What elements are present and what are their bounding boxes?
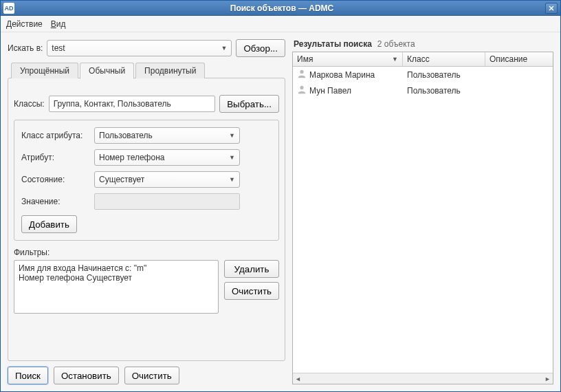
value-label: Значение:: [21, 197, 90, 206]
table-row[interactable]: Маркова МаринаПользователь: [293, 67, 553, 83]
select-classes-button[interactable]: Выбрать...: [219, 95, 279, 113]
right-panel: Результаты поиска 2 объекта Имя ▼ Класс …: [292, 39, 553, 384]
attr-label: Атрибут:: [21, 153, 90, 162]
close-icon: [549, 6, 554, 11]
attr-class-combo[interactable]: Пользователь ▼: [94, 127, 240, 144]
window: AD Поиск объектов — ADMC Действие Вид Ис…: [0, 0, 561, 392]
tab-simple[interactable]: Упрощённый: [11, 63, 78, 78]
horizontal-scrollbar[interactable]: ◄ ►: [293, 373, 553, 384]
filters-list[interactable]: Имя для входа Начинается с: "m" Номер те…: [14, 260, 219, 314]
scroll-right-icon: ►: [544, 375, 551, 382]
menu-action[interactable]: Действие: [6, 19, 43, 29]
search-in-value: test: [52, 43, 65, 53]
search-button[interactable]: Поиск: [8, 367, 48, 384]
classes-input[interactable]: Группа, Контакт, Пользователь: [49, 96, 216, 112]
titlebar: AD Поиск объектов — ADMC: [1, 1, 560, 16]
content: Искать в: test ▼ Обзор... Упрощённый Обы…: [1, 32, 560, 391]
close-button[interactable]: [545, 3, 558, 14]
cell-class: Пользователь: [407, 70, 461, 80]
attr-value: Номер телефона: [99, 153, 164, 162]
add-button[interactable]: Добавить: [21, 215, 77, 233]
stop-button[interactable]: Остановить: [54, 367, 119, 384]
cell-name: Маркова Марина: [309, 70, 375, 80]
chevron-down-icon: ▼: [229, 132, 235, 139]
attribute-group: Класс атрибута: Пользователь ▼ Атрибут: …: [14, 120, 279, 241]
clear-filters-button[interactable]: Очистить: [224, 282, 279, 300]
filters-section: Фильтры: Имя для входа Начинается с: "m"…: [14, 248, 279, 314]
scroll-left-icon: ◄: [295, 375, 301, 382]
attr-combo[interactable]: Номер телефона ▼: [94, 149, 240, 166]
app-icon: AD: [3, 3, 14, 14]
clear-button[interactable]: Очистить: [124, 367, 179, 384]
chevron-down-icon: ▼: [229, 176, 235, 183]
results-header: Результаты поиска 2 объекта: [292, 39, 553, 52]
column-name-label: Имя: [297, 54, 313, 64]
column-name[interactable]: Имя ▼: [293, 52, 403, 66]
table-body: Маркова МаринаПользовательМун ПавелПольз…: [293, 67, 553, 373]
classes-row: Классы: Группа, Контакт, Пользователь Вы…: [14, 95, 279, 113]
table-row[interactable]: Мун ПавелПользователь: [293, 83, 553, 98]
menu-view[interactable]: Вид: [51, 19, 66, 29]
left-panel: Искать в: test ▼ Обзор... Упрощённый Обы…: [8, 39, 285, 384]
column-class-label: Класс: [407, 54, 430, 64]
svg-point-1: [300, 86, 303, 89]
browse-button[interactable]: Обзор...: [236, 39, 285, 57]
tabs: Упрощённый Обычный Продвинутый: [11, 63, 206, 78]
attr-class-label: Класс атрибута:: [21, 131, 90, 140]
cell-class: Пользователь: [407, 86, 461, 96]
menubar: Действие Вид: [1, 16, 560, 32]
window-title: Поиск объектов — ADMC: [19, 3, 545, 13]
state-value: Существует: [99, 175, 144, 184]
table-header: Имя ▼ Класс Описание: [293, 52, 553, 67]
svg-point-0: [300, 70, 303, 74]
column-class[interactable]: Класс: [403, 52, 485, 66]
results-heading: Результаты поиска: [294, 39, 372, 49]
classes-value: Группа, Контакт, Пользователь: [54, 99, 171, 109]
search-in-row: Искать в: test ▼ Обзор...: [8, 39, 285, 57]
tab-body: Классы: Группа, Контакт, Пользователь Вы…: [14, 95, 279, 314]
attr-class-value: Пользователь: [99, 131, 153, 140]
chevron-down-icon: ▼: [221, 45, 227, 52]
bottom-buttons: Поиск Остановить Очистить: [8, 367, 285, 384]
state-label: Состояние:: [21, 175, 90, 184]
remove-filter-button[interactable]: Удалить: [224, 260, 279, 278]
cell-name: Мун Павел: [309, 86, 351, 96]
search-in-combo[interactable]: test ▼: [47, 40, 232, 56]
tab-normal[interactable]: Обычный: [80, 63, 134, 79]
sort-icon: ▼: [392, 56, 398, 63]
filters-label: Фильтры:: [14, 248, 279, 257]
column-desc-label: Описание: [490, 54, 527, 64]
results-count: 2 объекта: [377, 39, 415, 49]
tab-container: Упрощённый Обычный Продвинутый Классы: Г…: [8, 78, 285, 361]
column-desc[interactable]: Описание: [485, 52, 553, 66]
value-input: [94, 193, 240, 210]
chevron-down-icon: ▼: [229, 154, 235, 161]
search-in-label: Искать в:: [8, 43, 43, 53]
classes-label: Классы:: [14, 99, 45, 109]
user-icon: [297, 85, 307, 96]
results-table: Имя ▼ Класс Описание Маркова МаринаПольз…: [292, 52, 553, 384]
state-combo[interactable]: Существует ▼: [94, 171, 240, 188]
tab-advanced[interactable]: Продвинутый: [135, 63, 205, 78]
user-icon: [297, 69, 307, 80]
